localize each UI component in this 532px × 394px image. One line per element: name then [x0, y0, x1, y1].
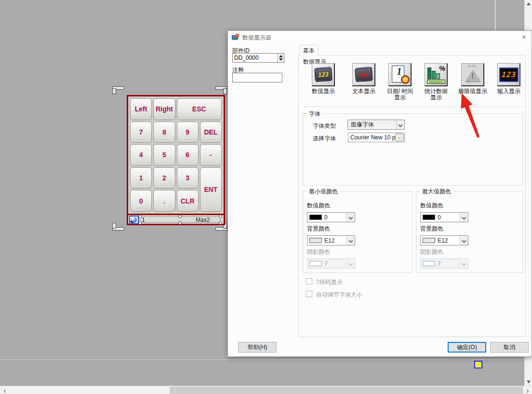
browse-font-button[interactable]: ...: [395, 134, 404, 141]
type-date-time-display[interactable]: 1 日期/ 时间显示: [382, 63, 418, 101]
limit-display-part[interactable]: 1 Max2: [128, 214, 224, 224]
chevron-down-icon: [346, 259, 355, 268]
chevron-down-icon[interactable]: [346, 213, 355, 222]
key-8[interactable]: 8: [153, 122, 175, 143]
key-minus[interactable]: -: [200, 144, 222, 166]
scroll-right-icon[interactable]: ›: [524, 387, 531, 394]
color-swatch: [423, 238, 435, 243]
selection-corner-top-left[interactable]: [112, 86, 124, 95]
selection-corner-bottom-left[interactable]: [112, 222, 124, 231]
help-button[interactable]: 帮助(H): [238, 342, 277, 353]
key-0[interactable]: 0: [130, 190, 152, 212]
max-value-color-select[interactable]: 0: [420, 212, 468, 222]
dialog-title: 数据显示器: [242, 34, 271, 42]
color-swatch: [423, 215, 435, 220]
resize-handle[interactable]: [138, 221, 142, 225]
resize-handle[interactable]: [178, 221, 182, 225]
scroll-left-icon[interactable]: ‹: [1, 387, 8, 394]
key-3[interactable]: 3: [177, 167, 199, 189]
red-annotation-arrow: [448, 89, 487, 142]
font-group: 字体 字体类型 图像字体 选择字体 Courier New 10 pt ...: [303, 113, 523, 186]
key-6[interactable]: 6: [177, 144, 199, 166]
key-clr[interactable]: CLR: [177, 190, 199, 212]
key-5[interactable]: 5: [153, 144, 175, 166]
data-display-dialog: 数据显示器 × 部件ID 注释 基本 数据显示 123 数值显示 abc 文本显…: [227, 30, 532, 357]
max-color-caption: 最大值颜色: [420, 188, 453, 196]
date-time-icon: 1: [388, 63, 412, 86]
color-swatch: [309, 215, 322, 220]
scroll-down-icon[interactable]: [527, 380, 531, 383]
cancel-button[interactable]: 取消: [490, 342, 529, 353]
close-icon[interactable]: ×: [520, 33, 528, 41]
part-id-input[interactable]: [232, 53, 284, 63]
chevron-down-icon[interactable]: [396, 120, 404, 129]
horizontal-scrollbar[interactable]: ‹ ›: [0, 386, 532, 394]
key-9[interactable]: 9: [177, 122, 199, 143]
key-right[interactable]: Right: [153, 98, 175, 120]
numeric-display-icon: 123: [312, 63, 335, 86]
key-ent[interactable]: ENT: [200, 167, 222, 212]
tab-basic[interactable]: 基本: [299, 45, 319, 56]
limit-display-min-text: 1: [142, 217, 145, 223]
resize-handle[interactable]: [219, 221, 222, 225]
clock-icon: [401, 75, 410, 84]
max-color-group: 最大值颜色 数值颜色 0 背景颜色 E12 阴影颜色 7: [416, 191, 523, 273]
checkbox-autofit-label: 自动调节字体大小: [316, 291, 362, 299]
chevron-down-icon[interactable]: [346, 236, 355, 245]
comment-input[interactable]: [232, 73, 282, 82]
checkbox-icon[interactable]: [306, 278, 312, 285]
type-input-display[interactable]: 123 输入显示: [491, 63, 527, 95]
max-shadow-color-select: 7: [420, 258, 468, 269]
min-shadow-color-label: 阴影颜色: [307, 248, 330, 256]
spinner-down-icon[interactable]: [279, 58, 283, 61]
dialog-icon: [232, 34, 239, 41]
max-bg-color-select[interactable]: E12: [420, 235, 468, 245]
key-2[interactable]: 2: [153, 167, 175, 189]
checkbox-7segment-label: 7段码显示: [316, 278, 343, 286]
input-display-icon: 123: [497, 63, 520, 86]
key-7[interactable]: 7: [130, 122, 152, 143]
keypad-part[interactable]: Left Right ESC 7 8 9 DEL 4 5 6 - 1 2 3 E…: [127, 95, 225, 225]
checkbox-icon[interactable]: [306, 291, 312, 297]
magnifier-icon[interactable]: [129, 216, 139, 224]
resize-handle[interactable]: [138, 215, 142, 218]
font-select-box[interactable]: Courier New 10 pt ...: [348, 133, 405, 142]
dialog-titlebar[interactable]: 数据显示器 ×: [228, 31, 532, 43]
max-bg-color-label: 背景颜色: [420, 225, 443, 233]
editor-canvas: ‹ › Left Right ESC 7 8 9 DEL 4 5 6 - 1 2…: [0, 0, 532, 394]
max-value-color-label: 数值颜色: [420, 202, 443, 210]
chevron-down-icon: [460, 259, 468, 268]
font-type-select[interactable]: 图像字体: [347, 120, 405, 130]
statistics-icon: % 8888888: [425, 63, 448, 86]
min-bg-color-label: 背景颜色: [307, 225, 330, 233]
selection-corner-top-right[interactable]: [215, 86, 227, 95]
key-esc[interactable]: ESC: [177, 98, 222, 120]
keypad-grid: Left Right ESC 7 8 9 DEL 4 5 6 - 1 2 3 E…: [128, 96, 224, 214]
resize-handle[interactable]: [219, 215, 222, 218]
part-id-spinner[interactable]: [277, 53, 284, 63]
min-value-color-select[interactable]: 0: [307, 212, 355, 222]
horizontal-scroll-thumb[interactable]: [170, 387, 523, 394]
resize-handle[interactable]: [178, 215, 182, 218]
key-4[interactable]: 4: [130, 144, 152, 166]
key-dot[interactable]: .: [153, 190, 175, 212]
color-swatch: [423, 261, 435, 266]
min-bg-color-select[interactable]: E12: [307, 235, 355, 245]
scroll-up-icon[interactable]: [527, 2, 531, 5]
font-group-caption: 字体: [307, 110, 322, 118]
min-value-color-label: 数值颜色: [307, 202, 330, 210]
key-1[interactable]: 1: [130, 167, 152, 189]
key-left[interactable]: Left: [130, 98, 152, 120]
section-separator: [303, 107, 523, 107]
chevron-down-icon[interactable]: [460, 213, 468, 222]
chevron-down-icon[interactable]: [460, 236, 468, 245]
type-numeric-display[interactable]: 123 数值显示: [305, 63, 342, 95]
yellow-part-marker[interactable]: [474, 361, 482, 368]
limit-display-max-text: Max2: [196, 217, 210, 223]
key-del[interactable]: DEL: [200, 122, 222, 143]
min-shadow-color-select: 7: [307, 258, 355, 269]
spinner-up-icon[interactable]: [279, 55, 283, 57]
ok-button[interactable]: 确定(O): [448, 342, 486, 353]
type-text-display[interactable]: abc 文本显示: [346, 63, 382, 95]
color-swatch: [309, 238, 322, 243]
